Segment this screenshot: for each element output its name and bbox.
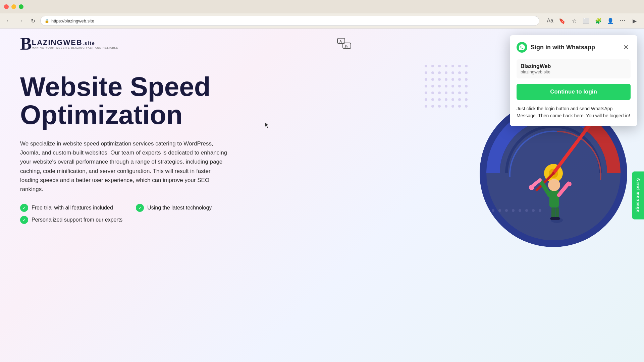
svg-point-24 — [465, 78, 468, 81]
svg-point-44 — [458, 98, 461, 101]
bookmark-button[interactable]: 🔖 — [557, 15, 568, 26]
svg-point-37 — [458, 92, 461, 94]
svg-point-11 — [425, 71, 427, 74]
browser-actions: Aa 🔖 ☆ ⬜ 🧩 👤 ··· ▶ — [545, 15, 640, 26]
translate-icon[interactable]: A あ — [336, 37, 353, 51]
browser-chrome: ← → ↻ 🔒 https://blazingweb.site Aa 🔖 ☆ ⬜… — [0, 0, 644, 28]
svg-point-4 — [425, 65, 427, 67]
hero-features: ✓ Free trial with all features included … — [20, 204, 238, 224]
feature-text-3: Personalized support from our experts — [32, 217, 122, 223]
nav-center: A あ — [336, 37, 353, 51]
feature-item-2: ✓ Using the latest technology — [136, 204, 238, 212]
svg-point-8 — [451, 65, 454, 67]
whatsapp-popup: Sign in with Whatsapp ✕ BlazingWeb blazi… — [510, 35, 637, 126]
svg-point-16 — [458, 71, 461, 74]
reader-view-button[interactable]: Aa — [545, 15, 555, 26]
svg-point-12 — [431, 71, 434, 74]
svg-point-45 — [465, 98, 468, 101]
svg-point-28 — [445, 85, 447, 87]
svg-text:あ: あ — [344, 44, 348, 48]
svg-point-10 — [465, 65, 468, 67]
svg-point-6 — [438, 65, 441, 67]
svg-point-50 — [451, 105, 454, 108]
svg-point-75 — [519, 209, 521, 212]
svg-point-36 — [451, 92, 454, 94]
nav-bar: ← → ↻ 🔒 https://blazingweb.site Aa 🔖 ☆ ⬜… — [0, 13, 644, 28]
hero-description: We specialize in website speed optimizat… — [20, 139, 228, 194]
address-bar[interactable]: 🔒 https://blazingweb.site — [40, 16, 539, 26]
svg-point-72 — [498, 209, 501, 212]
extensions-button[interactable]: 🧩 — [593, 15, 604, 26]
svg-point-29 — [451, 85, 454, 87]
svg-point-20 — [438, 78, 441, 81]
svg-text:A: A — [339, 40, 342, 43]
logo-main-text: LAZINGWEB.site — [32, 39, 118, 46]
continue-to-login-button[interactable]: Continue to login — [517, 84, 631, 100]
feature-text-1: Free trial with all features included — [32, 205, 113, 211]
svg-point-15 — [451, 71, 454, 74]
hero-title-line2: Optimization — [20, 100, 182, 130]
check-icon-2: ✓ — [136, 204, 144, 212]
svg-point-18 — [425, 78, 427, 81]
svg-point-71 — [492, 209, 494, 212]
svg-point-43 — [451, 98, 454, 101]
traffic-light-green[interactable] — [19, 4, 23, 9]
feature-item-1: ✓ Free trial with all features included — [20, 204, 122, 212]
popup-site-info: BlazingWeb blazingweb.site — [517, 59, 631, 78]
svg-point-21 — [445, 78, 447, 81]
svg-point-40 — [431, 98, 434, 101]
svg-point-74 — [512, 209, 515, 212]
hero-title: Website Speed Optimization — [20, 73, 238, 129]
svg-point-23 — [458, 78, 461, 81]
svg-point-49 — [445, 105, 447, 108]
svg-point-46 — [425, 105, 427, 108]
address-text: https://blazingweb.site — [51, 18, 94, 23]
popup-site-url: blazingweb.site — [521, 69, 627, 74]
svg-point-26 — [431, 85, 434, 87]
title-bar — [0, 0, 644, 13]
website-content: B LAZINGWEB.site MAKING YOUR WEBSITE BLA… — [0, 28, 644, 362]
popup-close-button[interactable]: ✕ — [621, 43, 631, 52]
site-logo: B LAZINGWEB.site MAKING YOUR WEBSITE BLA… — [20, 35, 118, 53]
logo-tagline: MAKING YOUR WEBSITE BLAZING FAST AND REL… — [32, 46, 118, 49]
svg-point-65 — [548, 179, 560, 191]
popup-header: Sign in with Whatsapp ✕ — [517, 42, 631, 53]
svg-point-41 — [438, 98, 441, 101]
favorites-button[interactable]: ☆ — [569, 15, 580, 26]
svg-rect-64 — [549, 190, 559, 207]
refresh-button[interactable]: ↻ — [28, 16, 38, 25]
svg-point-31 — [465, 85, 468, 87]
svg-point-73 — [505, 209, 508, 212]
svg-rect-61 — [555, 207, 559, 219]
svg-point-76 — [525, 209, 528, 212]
svg-point-47 — [431, 105, 434, 108]
svg-point-48 — [438, 105, 441, 108]
feature-item-3: ✓ Personalized support from our experts — [20, 216, 122, 224]
popup-description: Just click the login button and send Wha… — [517, 105, 631, 119]
more-button[interactable]: ··· — [617, 15, 628, 26]
popup-header-left: Sign in with Whatsapp — [517, 42, 595, 53]
hero-title-line1: Website Speed — [20, 72, 211, 102]
svg-rect-60 — [551, 207, 555, 219]
svg-point-78 — [539, 209, 541, 212]
svg-point-38 — [465, 92, 468, 94]
svg-point-25 — [425, 85, 427, 87]
traffic-light-yellow[interactable] — [11, 4, 16, 9]
svg-point-39 — [425, 98, 427, 101]
back-button[interactable]: ← — [4, 16, 13, 25]
sidebar-button[interactable]: ▶ — [629, 15, 640, 26]
check-icon-1: ✓ — [20, 204, 28, 212]
svg-point-30 — [458, 85, 461, 87]
profile-button[interactable]: 👤 — [605, 15, 616, 26]
svg-point-35 — [445, 92, 447, 94]
split-view-button[interactable]: ⬜ — [581, 15, 592, 26]
forward-button[interactable]: → — [16, 16, 25, 25]
send-message-sidebar[interactable]: Send message — [632, 171, 644, 219]
svg-point-14 — [445, 71, 447, 74]
svg-point-77 — [532, 209, 535, 212]
svg-point-42 — [445, 98, 447, 101]
svg-point-27 — [438, 85, 441, 87]
traffic-light-red[interactable] — [4, 4, 9, 9]
svg-point-70 — [567, 182, 572, 186]
bottom-dot-decorations — [490, 204, 543, 217]
